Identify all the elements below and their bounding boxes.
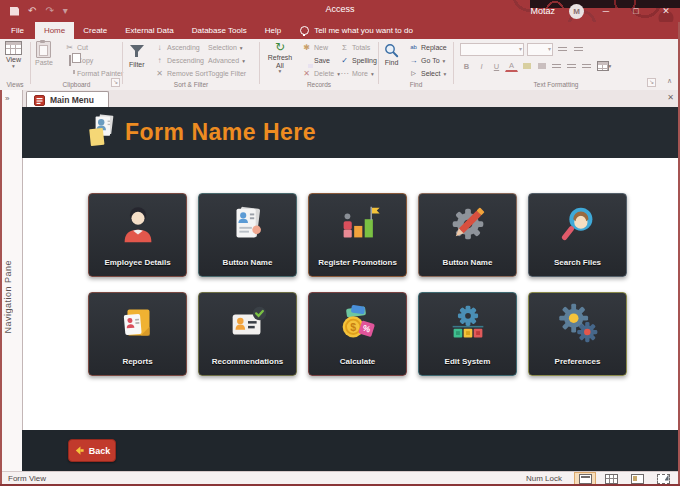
go-to-button[interactable]: → Go To ▾: [409, 55, 447, 66]
copy-icon: [65, 56, 74, 65]
tab-help[interactable]: Help: [256, 22, 290, 39]
font-size-select[interactable]: [527, 43, 553, 56]
numbered-list-icon[interactable]: [572, 44, 585, 56]
remove-sort-button[interactable]: ✕ Remove Sort: [155, 68, 208, 79]
align-center-icon[interactable]: [565, 60, 578, 72]
group-clipboard: Paste ✂ Cut Copy Format Painter Clipboar…: [31, 39, 122, 89]
group-label-records: Records: [260, 81, 378, 88]
menu-button-employee-details[interactable]: Employee Details: [88, 193, 187, 277]
form-title: Form Name Here: [125, 119, 316, 146]
align-left-icon[interactable]: [550, 60, 563, 72]
save-record-button[interactable]: Save: [302, 55, 340, 66]
tab-file[interactable]: File: [0, 22, 35, 39]
advanced-button[interactable]: Advanced ▾: [208, 55, 246, 66]
design-view-icon: [657, 474, 670, 484]
svg-text:$: $: [350, 321, 356, 333]
menu-button-calculate[interactable]: $ % Calculate: [308, 292, 407, 376]
two-gears-icon: [529, 300, 626, 346]
totals-button[interactable]: Σ Totals: [340, 42, 377, 53]
tab-main-menu[interactable]: Main Menu: [26, 91, 109, 108]
back-button[interactable]: Back: [68, 439, 116, 462]
text-formatting-dialog-launcher-icon[interactable]: ↘: [647, 78, 656, 87]
magnifier-icon: [384, 43, 399, 58]
copy-button[interactable]: Copy: [65, 55, 123, 66]
spelling-button[interactable]: ✓ Spelling: [340, 55, 377, 66]
dropdown-caret-icon: ▾: [12, 64, 15, 68]
tab-home[interactable]: Home: [35, 22, 74, 39]
menu-button-button-name-2[interactable]: Button Name: [418, 193, 517, 277]
collapse-ribbon-icon[interactable]: ∧: [667, 77, 672, 85]
title-bar: ↶ ↷ ▾ Access Motaz M ─ □ ✕: [0, 0, 680, 22]
filter-icon: [130, 45, 144, 53]
select-button[interactable]: ▷ Select ▾: [409, 68, 447, 79]
layout-view-icon: [631, 474, 644, 484]
select-icon: ▷: [409, 69, 418, 78]
datasheet-view-icon: [605, 474, 618, 484]
tab-create[interactable]: Create: [74, 22, 116, 39]
menu-button-reports[interactable]: Reports: [88, 292, 187, 376]
tell-me-box[interactable]: Tell me what you want to do: [290, 22, 413, 39]
font-family-select[interactable]: [460, 43, 524, 56]
ribbon-tab-bar: File Home Create External Data Database …: [0, 22, 680, 39]
group-label-views: Views: [0, 81, 30, 88]
align-right-icon[interactable]: [580, 60, 593, 72]
form-header: Form Name Here: [22, 107, 678, 158]
back-button-label: Back: [89, 446, 111, 456]
menu-button-preferences[interactable]: Preferences: [528, 292, 627, 376]
delete-record-button[interactable]: ✕ Delete ▾: [302, 68, 340, 79]
close-button[interactable]: ✕: [658, 0, 674, 22]
underline-button[interactable]: U: [490, 60, 503, 72]
view-icon: [5, 41, 22, 55]
refresh-icon: ↻: [275, 41, 285, 53]
ascending-button[interactable]: ↓ Ascending: [155, 42, 208, 53]
font-color-button[interactable]: A: [505, 61, 518, 72]
view-button[interactable]: View ▾: [5, 41, 22, 68]
tab-external-data[interactable]: External Data: [116, 22, 182, 39]
delete-icon: ✕: [302, 69, 311, 78]
replace-icon: ab: [409, 43, 418, 52]
descending-button[interactable]: ↑ Descending: [155, 55, 208, 66]
selection-button[interactable]: Selection ▾: [208, 42, 246, 53]
highlight-color-button[interactable]: [520, 60, 533, 72]
clipboard-dialog-launcher-icon[interactable]: ↘: [111, 78, 120, 87]
group-label-find: Find: [379, 81, 453, 88]
menu-button-register-promotions[interactable]: Register Promotions: [308, 193, 407, 277]
menu-button-recommendations[interactable]: Recommendations: [198, 292, 297, 376]
filter-button[interactable]: Filter: [129, 45, 145, 69]
expand-navigation-pane-icon[interactable]: »: [5, 94, 9, 103]
sort-descending-icon: ↑: [155, 56, 164, 65]
refresh-all-button[interactable]: ↻ Refresh All ▾: [265, 41, 295, 73]
menu-button-edit-system[interactable]: Edit System: [418, 292, 517, 376]
toggle-filter-button[interactable]: Toggle Filter: [208, 68, 246, 79]
menu-button-search-files[interactable]: Search Files: [528, 193, 627, 277]
new-record-icon: ✱: [302, 43, 311, 52]
avatar[interactable]: M: [569, 4, 584, 19]
close-document-icon[interactable]: ✕: [667, 93, 674, 102]
find-items: ab Replace → Go To ▾ ▷ Select ▾: [409, 42, 447, 79]
form-footer: Back: [22, 430, 678, 471]
navigation-pane-collapsed[interactable]: » Navigation Pane: [0, 90, 23, 471]
tab-database-tools[interactable]: Database Tools: [183, 22, 256, 39]
num-lock-indicator: Num Lock: [526, 474, 562, 483]
more-button[interactable]: ⋯ More ▾: [340, 68, 377, 79]
bullet-list-icon[interactable]: [556, 44, 569, 56]
background-color-button[interactable]: [535, 60, 548, 72]
group-label-text-formatting: Text Formatting: [454, 81, 658, 88]
minimize-button[interactable]: ─: [598, 0, 614, 22]
gridlines-button[interactable]: ▾: [595, 60, 613, 72]
new-record-button[interactable]: ✱ New: [302, 42, 340, 53]
bold-button[interactable]: B: [460, 60, 473, 72]
cut-button[interactable]: ✂ Cut: [65, 42, 123, 53]
italic-button[interactable]: I: [475, 60, 488, 72]
maximize-button[interactable]: □: [628, 0, 644, 22]
records-items-1: ✱ New Save ✕ Delete ▾: [302, 42, 340, 79]
user-name[interactable]: Motaz: [530, 6, 555, 16]
spelling-check-icon: ✓: [340, 56, 349, 65]
replace-button[interactable]: ab Replace: [409, 42, 447, 53]
resume-document-icon: [199, 201, 296, 247]
magnifier-person-icon: [529, 201, 626, 247]
paste-button[interactable]: Paste: [35, 41, 53, 67]
remove-sort-icon: ✕: [155, 69, 164, 78]
find-button[interactable]: Find: [384, 43, 399, 67]
menu-button-button-name-1[interactable]: Button Name: [198, 193, 297, 277]
